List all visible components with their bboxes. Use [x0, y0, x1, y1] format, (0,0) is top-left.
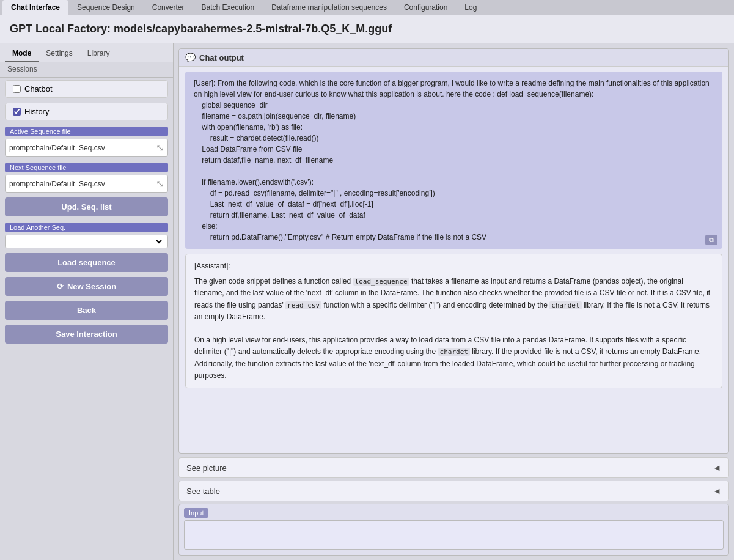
- input-section: Input: [178, 504, 729, 556]
- active-seq-file: promptchain/Default_Seq.csv ⤡: [5, 139, 168, 157]
- tab-batch-execution[interactable]: Batch Execution: [193, 0, 263, 15]
- inline-code-1: load_sequence: [353, 278, 409, 286]
- active-seq-label: Active Sequence file: [5, 127, 168, 136]
- chatbot-label: Chatbot: [24, 84, 53, 94]
- history-checkbox-row: History: [5, 103, 168, 120]
- next-seq-label: Next Sequence file: [5, 163, 168, 172]
- sidebar-tab-bar: Mode Settings Library: [0, 43, 173, 62]
- tab-dataframe[interactable]: Dataframe manipulation sequences: [263, 0, 395, 15]
- chat-output-header: 💬 Chat output: [179, 49, 728, 67]
- resize-icon-2: ⤡: [156, 178, 164, 190]
- history-checkbox[interactable]: [13, 108, 21, 116]
- inline-code-2: read_csv: [285, 301, 321, 309]
- next-seq-value: promptchain/Default_Seq.csv: [9, 180, 105, 188]
- user-message: [User]: From the following code, which i…: [185, 72, 722, 249]
- see-picture-row[interactable]: See picture ◄: [178, 457, 729, 478]
- back-button[interactable]: Back: [5, 301, 168, 320]
- load-another-dropdown-wrapper: [5, 235, 168, 248]
- history-label: History: [24, 107, 49, 116]
- sidebar-spacer: [0, 346, 173, 560]
- load-another-dropdown[interactable]: [9, 237, 164, 246]
- active-seq-value: promptchain/Default_Seq.csv: [9, 144, 105, 152]
- chat-output-panel: 💬 Chat output [User]: From the following…: [178, 48, 729, 454]
- sidebar: Mode Settings Library Sessions Chatbot H…: [0, 43, 174, 560]
- chatbot-checkbox[interactable]: [13, 85, 21, 93]
- resize-icon: ⤡: [156, 142, 164, 153]
- chat-output-title: Chat output: [199, 53, 244, 62]
- assistant-para-2: On a high level view for end-users, this…: [194, 334, 713, 381]
- copy-button[interactable]: ⧉: [705, 235, 717, 245]
- tab-chat-interface[interactable]: Chat Interface: [2, 0, 68, 15]
- load-another-label: Load Another Seq.: [5, 223, 168, 232]
- see-table-label: See table: [186, 487, 220, 496]
- sidebar-tab-library[interactable]: Library: [80, 46, 117, 62]
- top-tab-bar: Chat Interface Sequence Design Converter…: [0, 0, 734, 15]
- assistant-para-1: The given code snippet defines a functio…: [194, 276, 713, 323]
- upd-seq-list-button[interactable]: Upd. Seq. list: [5, 197, 168, 216]
- inline-code-4: chardet: [438, 348, 470, 356]
- assistant-message: [Assistant]: The given code snippet defi…: [185, 254, 722, 388]
- see-picture-label: See picture: [186, 463, 227, 473]
- chat-messages[interactable]: [User]: From the following code, which i…: [179, 67, 728, 453]
- chatbot-checkbox-row: Chatbot: [5, 80, 168, 98]
- main-layout: Mode Settings Library Sessions Chatbot H…: [0, 43, 734, 560]
- tab-log[interactable]: Log: [456, 0, 485, 15]
- load-sequence-button[interactable]: Load sequence: [5, 253, 168, 272]
- input-label: Input: [184, 508, 208, 518]
- see-picture-arrow: ◄: [713, 463, 721, 473]
- sidebar-tab-settings[interactable]: Settings: [39, 46, 79, 62]
- chat-output-icon: 💬: [185, 53, 196, 62]
- see-table-arrow: ◄: [713, 486, 721, 496]
- tab-sequence-design[interactable]: Sequence Design: [68, 0, 144, 15]
- new-session-icon: ⟳: [57, 282, 64, 291]
- sidebar-tab-mode[interactable]: Mode: [5, 46, 39, 62]
- app-title: GPT Local Factory: models/capybarahermes…: [0, 15, 734, 43]
- see-table-row[interactable]: See table ◄: [178, 481, 729, 501]
- new-session-label: New Session: [67, 282, 116, 291]
- next-seq-file: promptchain/Default_Seq.csv ⤡: [5, 175, 168, 193]
- input-textarea[interactable]: [184, 520, 724, 550]
- tab-configuration[interactable]: Configuration: [395, 0, 456, 15]
- assistant-label: [Assistant]:: [194, 260, 713, 272]
- inline-code-3: chardet: [549, 301, 581, 309]
- user-message-text: [User]: From the following code, which i…: [194, 79, 710, 241]
- content-area: 💬 Chat output [User]: From the following…: [174, 43, 734, 560]
- new-session-button[interactable]: ⟳ New Session: [5, 277, 168, 296]
- sessions-label: Sessions: [0, 62, 173, 78]
- tab-converter[interactable]: Converter: [144, 0, 193, 15]
- save-interaction-button[interactable]: Save Interaction: [5, 325, 168, 344]
